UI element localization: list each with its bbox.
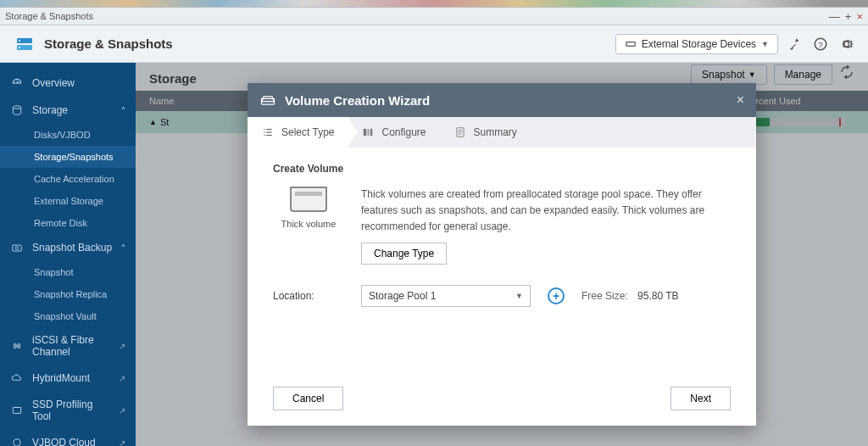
external-link-icon: ↗ [119,438,125,447]
svg-rect-9 [13,245,22,251]
step-summary[interactable]: Summary [440,117,531,148]
change-type-button[interactable]: Change Type [361,243,447,265]
step-select-type[interactable]: Select Type [248,117,348,148]
svg-point-12 [14,439,20,446]
list-icon [261,125,275,139]
next-button[interactable]: Next [670,387,731,410]
svg-point-10 [15,247,19,250]
gauge-icon [10,76,24,90]
sidebar-item-iscsi[interactable]: iSCSI & Fibre Channel ↗ [0,327,136,365]
camera-icon [10,241,24,254]
cancel-button[interactable]: Cancel [273,387,343,410]
svg-rect-16 [370,129,372,136]
cloud-disk-icon [10,436,24,446]
sidebar-item-storage[interactable]: Storage ˄ [0,97,136,124]
app-title: Storage & Snapshots [44,36,615,51]
svg-rect-15 [368,129,370,136]
sidebar-item-overview[interactable]: Overview [0,70,136,97]
sidebar-item-disks[interactable]: Disks/VJBOD [0,124,136,146]
sidebar-item-snapshot[interactable]: Snapshot [0,261,136,283]
add-pool-button[interactable]: + [548,287,565,304]
chevron-up-icon: ˄ [121,106,125,115]
minimize-button[interactable]: — [829,10,840,23]
window-titlebar: Storage & Snapshots — + × [0,7,868,25]
svg-text:?: ? [818,39,823,48]
modal-titlebar: Volume Creation Wizard × [248,83,756,117]
create-volume-heading: Create Volume [273,163,731,175]
svg-point-3 [19,47,20,48]
sidebar-item-storage-snapshots[interactable]: Storage/Snapshots [0,146,136,168]
drive-icon [625,38,637,50]
external-link-icon: ↗ [119,342,125,351]
step-configure[interactable]: Configure [348,117,439,148]
drive-icon [259,92,276,109]
svg-rect-11 [13,408,20,414]
caret-down-icon: ▼ [515,292,523,300]
caret-down-icon: ▼ [761,40,769,48]
modal-title: Volume Creation Wizard [285,93,430,108]
sliders-icon [361,125,375,139]
cloud-icon [10,371,24,385]
external-link-icon: ↗ [119,406,125,415]
os-taskbar [0,0,868,7]
tools-icon[interactable] [787,36,804,53]
svg-point-2 [19,40,20,42]
ssd-icon [10,404,24,417]
help-icon[interactable]: ? [812,36,829,53]
close-modal-button[interactable]: × [737,92,744,108]
sidebar-item-vjbod-cloud[interactable]: VJBOD Cloud ↗ [0,429,136,446]
gear-icon[interactable] [837,36,854,53]
volume-wizard-modal: Volume Creation Wizard × Select Type Con… [248,83,756,426]
sidebar-item-external-storage[interactable]: External Storage [0,190,136,212]
modal-overlay: Volume Creation Wizard × Select Type Con… [136,63,868,446]
svg-rect-4 [626,42,635,46]
external-link-icon: ↗ [119,374,125,383]
location-select[interactable]: Storage Pool 1 ▼ [361,285,531,307]
link-icon [10,339,24,353]
free-size: Free Size: 95.80 TB [581,290,679,302]
svg-point-5 [627,43,628,44]
maximize-button[interactable]: + [845,10,852,23]
external-storage-button[interactable]: External Storage Devices ▼ [615,34,778,54]
content-area: Storage Snapshot▼ Manage Name Capacity P… [136,63,868,446]
sidebar: Overview Storage ˄ Disks/VJBOD Storage/S… [0,63,136,446]
sidebar-item-ssd-profiling[interactable]: SSD Profiling Tool ↗ [0,392,136,429]
close-window-button[interactable]: × [856,10,863,23]
thick-volume-icon [290,187,327,212]
chevron-up-icon: ˄ [121,243,125,253]
sidebar-item-snapshot-replica[interactable]: Snapshot Replica [0,283,136,305]
sidebar-item-snapshot-backup[interactable]: Snapshot Backup ˄ [0,234,136,261]
window-title: Storage & Snapshots [5,11,829,21]
document-icon [453,125,467,139]
svg-point-8 [13,106,20,109]
sidebar-item-snapshot-vault[interactable]: Snapshot Vault [0,305,136,327]
sidebar-item-hybridmount[interactable]: HybridMount ↗ [0,365,136,392]
wizard-steps: Select Type Configure Summary [248,117,756,148]
volume-description: Thick volumes are created from prealloca… [361,187,731,236]
volume-type-label: Thick volume [273,219,344,229]
location-label: Location: [273,290,344,302]
svg-rect-14 [364,129,367,136]
storage-icon [10,103,24,117]
app-icon [14,33,36,55]
sidebar-item-cache[interactable]: Cache Acceleration [0,168,136,190]
app-header: Storage & Snapshots External Storage Dev… [0,25,868,63]
sidebar-item-remote-disk[interactable]: Remote Disk [0,212,136,234]
